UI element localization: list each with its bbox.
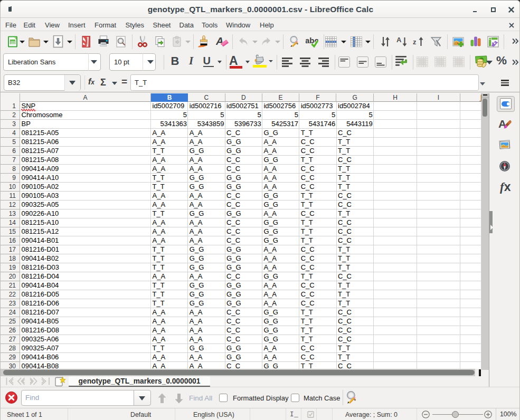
- svg-text:z: z: [413, 38, 417, 46]
- svg-text:A: A: [396, 36, 402, 44]
